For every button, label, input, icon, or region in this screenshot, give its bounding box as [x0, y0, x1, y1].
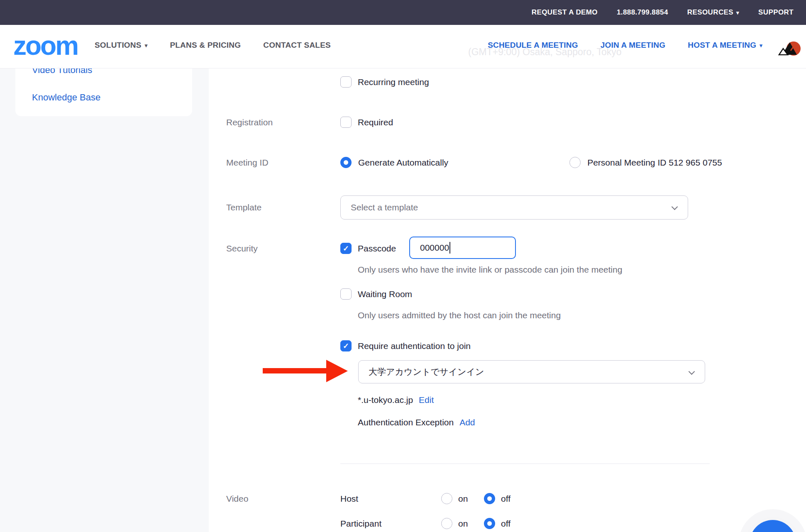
text-cursor	[449, 242, 450, 254]
phone-number[interactable]: 1.888.799.8854	[617, 8, 668, 17]
meeting-id-personal-label: Personal Meeting ID 512 965 0755	[587, 158, 722, 168]
resources-menu[interactable]: RESOURCES ▾	[687, 8, 739, 17]
nav-contact-sales[interactable]: CONTACT SALES	[263, 41, 331, 50]
request-demo-link[interactable]: REQUEST A DEMO	[532, 8, 598, 17]
caret-down-icon: ▾	[145, 43, 148, 48]
avatar-mountain-image	[778, 37, 801, 57]
require-auth-row: Require authentication to join	[340, 340, 471, 351]
waiting-room-row: Waiting Room	[340, 288, 412, 300]
video-host-on-label: on	[458, 494, 484, 504]
auth-domain-edit-link[interactable]: Edit	[419, 395, 434, 405]
recurring-meeting-label: Recurring meeting	[358, 77, 429, 87]
nav-plans-pricing[interactable]: PLANS & PRICING	[170, 41, 241, 50]
meeting-id-row: Generate Automatically Personal Meeting …	[340, 157, 722, 168]
video-host-off-radio[interactable]	[484, 493, 495, 504]
passcode-row: Passcode	[340, 243, 396, 254]
join-meeting-link[interactable]: JOIN A MEETING	[601, 41, 666, 50]
support-link[interactable]: SUPPORT	[758, 8, 794, 17]
registration-required-label: Required	[358, 117, 393, 127]
meeting-id-label: Meeting ID	[226, 158, 269, 168]
schedule-meeting-link[interactable]: SCHEDULE A MEETING	[488, 41, 578, 50]
chevron-down-icon	[672, 204, 678, 210]
left-panel	[0, 68, 209, 532]
template-label: Template	[226, 203, 261, 212]
annotation-arrow-icon	[326, 360, 348, 382]
waiting-room-help-text: Only users admitted by the host can join…	[358, 310, 561, 320]
auth-exception-add-link[interactable]: Add	[459, 417, 475, 427]
recurring-meeting-row: Recurring meeting	[340, 76, 429, 88]
zoom-logo[interactable]: zoom	[13, 32, 78, 59]
chevron-down-icon	[689, 368, 695, 375]
auth-exception-label: Authentication Exception	[358, 417, 454, 427]
auth-domain-row: *.u-tokyo.ac.jp Edit	[358, 395, 434, 405]
profile-avatar[interactable]	[778, 37, 801, 57]
auth-exception-row: Authentication Exception Add	[358, 417, 475, 427]
video-participant-label: Participant	[340, 519, 441, 529]
passcode-value: 000000	[420, 243, 449, 253]
video-participant-row: Participant on off	[340, 518, 510, 529]
host-meeting-menu[interactable]: HOST A MEETING ▾	[688, 41, 762, 50]
nav-menu: SOLUTIONS ▾ PLANS & PRICING CONTACT SALE…	[95, 41, 331, 50]
meeting-id-generate-radio[interactable]	[340, 157, 352, 168]
video-participant-on-radio[interactable]	[441, 518, 452, 529]
waiting-room-label: Waiting Room	[358, 289, 412, 299]
nav-actions: SCHEDULE A MEETING JOIN A MEETING HOST A…	[488, 41, 762, 50]
require-auth-checkbox[interactable]	[340, 340, 352, 351]
caret-down-icon: ▾	[736, 10, 739, 15]
auth-method-select[interactable]: 大学アカウントでサインイン	[358, 360, 705, 383]
resources-label: RESOURCES	[687, 8, 733, 17]
nav-solutions-label: SOLUTIONS	[95, 41, 142, 50]
host-meeting-label: HOST A MEETING	[688, 41, 756, 50]
video-host-label: Host	[340, 494, 441, 504]
video-host-off-label: off	[501, 494, 510, 504]
registration-row: Required	[340, 117, 393, 128]
registration-required-checkbox[interactable]	[340, 117, 352, 128]
waiting-room-checkbox[interactable]	[340, 288, 352, 300]
video-host-row: Host on off	[340, 493, 510, 504]
passcode-help-row: Only users who have the invite link or p…	[358, 265, 622, 275]
meeting-id-personal-radio[interactable]	[569, 157, 581, 168]
top-utility-bar: REQUEST A DEMO 1.888.799.8854 RESOURCES …	[0, 0, 806, 25]
passcode-help-text: Only users who have the invite link or p…	[358, 265, 622, 275]
video-host-on-radio[interactable]	[441, 493, 452, 504]
template-select-value: Select a template	[351, 203, 418, 212]
passcode-input[interactable]: 000000	[409, 237, 516, 259]
main-navbar: (GMT+9:00) Osaka, Sapporo, Tokyo zoom SO…	[0, 25, 806, 68]
auth-domain-value: *.u-tokyo.ac.jp	[358, 395, 413, 405]
recurring-meeting-checkbox[interactable]	[340, 76, 352, 88]
passcode-label: Passcode	[358, 244, 396, 254]
registration-label: Registration	[226, 117, 273, 127]
security-label: Security	[226, 244, 258, 254]
meeting-id-generate-label: Generate Automatically	[358, 158, 448, 168]
sidebar-item-knowledge-base[interactable]: Knowledge Base	[32, 92, 100, 103]
passcode-checkbox[interactable]	[340, 243, 352, 254]
video-participant-off-radio[interactable]	[484, 518, 495, 529]
video-label: Video	[226, 494, 248, 504]
require-auth-label: Require authentication to join	[358, 341, 471, 351]
template-select[interactable]: Select a template	[340, 195, 688, 220]
auth-method-value: 大学アカウントでサインイン	[369, 366, 484, 378]
sidebar-help-card: Video Tutorials Knowledge Base	[15, 62, 192, 116]
section-divider	[340, 464, 710, 464]
video-participant-off-label: off	[501, 519, 510, 529]
nav-solutions[interactable]: SOLUTIONS ▾	[95, 41, 147, 50]
caret-down-icon: ▾	[760, 43, 762, 48]
waiting-room-help-row: Only users admitted by the host can join…	[358, 310, 561, 320]
annotation-arrow-shaft	[263, 368, 329, 373]
help-fab-button[interactable]	[750, 520, 796, 532]
video-participant-on-label: on	[458, 519, 484, 529]
